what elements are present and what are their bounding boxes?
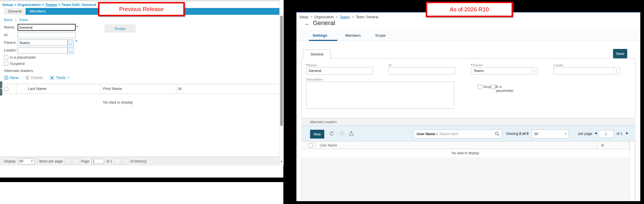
page-size-select[interactable]: 50 ▾: [532, 129, 569, 138]
last-page-button[interactable]: »: [122, 158, 128, 164]
id-label-text: Id: [389, 63, 391, 67]
column-header-last-name[interactable]: Last Name: [28, 86, 46, 91]
next-page-button[interactable]: ›: [115, 158, 120, 164]
leader-label-text: Leader: [553, 63, 564, 67]
description-textarea[interactable]: [306, 82, 454, 109]
pager-divider: [37, 159, 37, 164]
breadcrumb-organization[interactable]: Organization: [314, 15, 334, 19]
leader-lookup-field[interactable]: ⋮: [553, 67, 620, 75]
first-page-button[interactable]: «: [65, 158, 71, 164]
page-size-value: 50: [534, 132, 538, 136]
id-label: Id:: [4, 33, 8, 37]
leader-lookup-menu-icon[interactable]: ⋮: [613, 67, 620, 74]
search-input[interactable]: [439, 132, 495, 136]
breadcrumb-setup[interactable]: Setup: [299, 15, 308, 19]
export-icon: [348, 131, 354, 137]
new-release-panel: Setup > Organization > Teams > Team: Gen…: [296, 12, 640, 201]
breadcrumb-organization[interactable]: Organization: [17, 3, 41, 7]
column-divider: [16, 84, 16, 94]
vertical-scrollbar[interactable]: ▼: [279, 0, 284, 166]
name-label: Name:: [4, 25, 15, 29]
tab-general[interactable]: General: [4, 8, 26, 15]
export-button[interactable]: [348, 131, 354, 137]
annotation-new-release-label: As of 2026 R10: [450, 6, 489, 13]
id-field-label: Id: [389, 63, 391, 67]
id-input[interactable]: [18, 32, 76, 38]
breadcrumb-current: Team: General: [356, 15, 378, 19]
delete-button[interactable]: Delete: [25, 75, 43, 80]
back-arrow-icon[interactable]: ←: [304, 20, 310, 27]
tab-scope[interactable]: Scope: [375, 33, 386, 38]
leader-lookup-button[interactable]: ...: [68, 47, 74, 54]
leader-input[interactable]: [18, 47, 68, 53]
breadcrumb-current: Team Edit: General: [61, 3, 96, 7]
page-size-select[interactable]: 50 ▼: [18, 158, 34, 164]
prev-page-button[interactable]: ◀: [595, 131, 597, 135]
scrollbar-down-arrow[interactable]: ▼: [280, 160, 283, 163]
save-link[interactable]: Save: [19, 18, 28, 22]
prev-page-button[interactable]: ‹: [73, 158, 79, 164]
column-header-user-name[interactable]: User Name: [320, 143, 337, 147]
is-placeholder-row: Is a placeholder: [4, 55, 36, 59]
refresh-button[interactable]: [329, 131, 335, 137]
select-all-checkbox[interactable]: [4, 87, 8, 91]
breadcrumb-teams-link[interactable]: Teams: [340, 15, 350, 19]
column-header-first-name[interactable]: First Name: [103, 86, 122, 91]
alternate-leaders-table-header: User Name Id: [301, 141, 630, 149]
breadcrumb-separator: >: [58, 3, 60, 7]
sidebar-collapse-handle[interactable]: ◀: [0, 81, 2, 96]
search-icon[interactable]: [495, 131, 500, 136]
tools-menu-button[interactable]: Tools ▼: [50, 75, 69, 80]
breadcrumb: Setup > Organization > Teams > Team: Gen…: [299, 15, 378, 19]
breadcrumb-separator: >: [336, 15, 338, 19]
breadcrumb-teams-link[interactable]: Teams: [45, 3, 57, 7]
column-header-id[interactable]: Id: [601, 143, 604, 147]
select-all-checkbox[interactable]: [308, 143, 313, 148]
alternate-leaders-toolbar: New User Na: [301, 126, 635, 141]
suspend-checkbox[interactable]: [477, 85, 482, 89]
parent-lookup-field[interactable]: Teams ⋮: [471, 67, 538, 75]
alternate-leaders-label: Alternate leaders:: [4, 69, 34, 73]
page-number-input[interactable]: [598, 130, 614, 138]
parent-lookup-menu-icon[interactable]: ⋮: [531, 67, 537, 74]
parent-lookup-button[interactable]: ...: [68, 40, 74, 46]
page-number-input[interactable]: [92, 159, 104, 164]
save-button[interactable]: Save: [613, 49, 627, 58]
search-field-selector[interactable]: User Name: [414, 132, 435, 136]
suspend-checkbox[interactable]: [4, 61, 8, 66]
card-tab-general[interactable]: General: [303, 50, 331, 59]
delete-button-disabled[interactable]: [339, 131, 345, 137]
parent-label-text: Parent: [473, 63, 482, 67]
previous-release-window: Setup > Organization > Teams > Team Edit…: [0, 0, 283, 166]
parent-input[interactable]: [18, 40, 68, 46]
backdrop-left-window-bottom: [0, 178, 283, 182]
tab-members[interactable]: Members: [26, 9, 46, 13]
description-label-text: Description: [306, 78, 323, 81]
new-button-label: New: [10, 75, 18, 80]
id-input[interactable]: [389, 67, 455, 75]
backdrop-middle: [283, 0, 296, 204]
is-placeholder-checkbox[interactable]: [4, 55, 8, 59]
name-input[interactable]: [306, 67, 373, 75]
parent-field-label: *Parent: [471, 63, 482, 67]
tab-members[interactable]: Members: [345, 33, 361, 38]
is-placeholder-checkbox[interactable]: [491, 85, 495, 89]
column-header-id[interactable]: Id: [178, 86, 181, 91]
parent-required-asterisk: *: [471, 63, 472, 67]
search-field-caret-icon[interactable]: ▾: [436, 133, 438, 135]
back-link[interactable]: Back: [4, 18, 13, 22]
table-scrollbar-track[interactable]: [630, 141, 635, 201]
breadcrumb-setup[interactable]: Setup: [2, 3, 13, 7]
new-button[interactable]: New: [310, 130, 324, 139]
item-count-label: (0 item(s)): [130, 159, 147, 163]
delete-button-label: Delete: [31, 75, 43, 80]
tab-settings[interactable]: Settings: [313, 33, 327, 38]
scrollbar-thumb[interactable]: [280, 16, 283, 126]
name-input[interactable]: [18, 24, 76, 31]
column-divider: [597, 141, 597, 149]
annotation-previous-release-label: Previous Release: [119, 6, 164, 13]
next-page-button[interactable]: ▶: [626, 131, 628, 135]
new-button[interactable]: New: [4, 75, 18, 80]
empty-table-message: No data to display: [103, 100, 133, 104]
scope-button[interactable]: Scope: [105, 24, 136, 32]
